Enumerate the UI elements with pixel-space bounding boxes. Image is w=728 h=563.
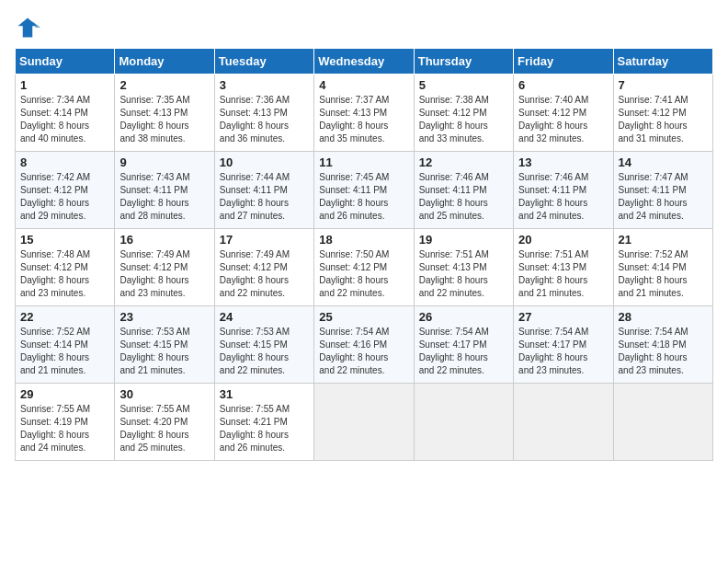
- cell-info: Sunrise: 7:53 AM Sunset: 4:15 PM Dayligh…: [119, 326, 209, 377]
- cell-info: Sunrise: 7:37 AM Sunset: 4:13 PM Dayligh…: [319, 94, 408, 145]
- svg-marker-0: [18, 18, 38, 38]
- day-header-saturday: Saturday: [613, 49, 712, 75]
- calendar-cell: 2Sunrise: 7:35 AM Sunset: 4:13 PM Daylig…: [115, 75, 214, 152]
- day-number: 24: [220, 310, 309, 324]
- calendar-cell: 18Sunrise: 7:50 AM Sunset: 4:12 PM Dayli…: [314, 229, 414, 306]
- calendar-cell: 15Sunrise: 7:48 AM Sunset: 4:12 PM Dayli…: [16, 229, 115, 306]
- cell-info: Sunrise: 7:38 AM Sunset: 4:12 PM Dayligh…: [419, 94, 508, 145]
- calendar-cell: 22Sunrise: 7:52 AM Sunset: 4:14 PM Dayli…: [16, 306, 115, 384]
- day-number: 20: [518, 233, 608, 247]
- cell-info: Sunrise: 7:54 AM Sunset: 4:18 PM Dayligh…: [619, 326, 708, 377]
- cell-info: Sunrise: 7:36 AM Sunset: 4:13 PM Dayligh…: [220, 94, 309, 145]
- cell-info: Sunrise: 7:50 AM Sunset: 4:12 PM Dayligh…: [319, 248, 408, 300]
- day-number: 23: [119, 310, 209, 324]
- day-number: 11: [319, 155, 408, 169]
- day-number: 7: [619, 78, 708, 92]
- calendar-week-3: 15Sunrise: 7:48 AM Sunset: 4:12 PM Dayli…: [16, 229, 713, 306]
- calendar-cell: 20Sunrise: 7:51 AM Sunset: 4:13 PM Dayli…: [514, 229, 613, 306]
- cell-info: Sunrise: 7:47 AM Sunset: 4:11 PM Dayligh…: [619, 171, 708, 223]
- calendar-cell: [613, 384, 712, 461]
- calendar-cell: 23Sunrise: 7:53 AM Sunset: 4:15 PM Dayli…: [115, 306, 214, 384]
- day-number: 27: [518, 310, 608, 324]
- calendar-cell: 11Sunrise: 7:45 AM Sunset: 4:11 PM Dayli…: [314, 152, 414, 229]
- calendar-cell: 30Sunrise: 7:55 AM Sunset: 4:20 PM Dayli…: [115, 384, 214, 461]
- logo-icon: [15, 15, 40, 40]
- calendar-cell: 19Sunrise: 7:51 AM Sunset: 4:13 PM Dayli…: [414, 229, 513, 306]
- page-header: [15, 15, 713, 40]
- day-number: 31: [220, 387, 309, 401]
- day-number: 18: [319, 233, 408, 247]
- cell-info: Sunrise: 7:35 AM Sunset: 4:13 PM Dayligh…: [119, 94, 209, 145]
- cell-info: Sunrise: 7:55 AM Sunset: 4:20 PM Dayligh…: [119, 403, 209, 454]
- cell-info: Sunrise: 7:54 AM Sunset: 4:16 PM Dayligh…: [319, 326, 408, 377]
- day-header-monday: Monday: [115, 49, 214, 75]
- day-number: 21: [619, 233, 708, 247]
- calendar-cell: 6Sunrise: 7:40 AM Sunset: 4:12 PM Daylig…: [514, 75, 613, 152]
- calendar-header-row: SundayMondayTuesdayWednesdayThursdayFrid…: [16, 49, 713, 75]
- calendar-cell: 24Sunrise: 7:53 AM Sunset: 4:15 PM Dayli…: [214, 306, 313, 384]
- cell-info: Sunrise: 7:55 AM Sunset: 4:19 PM Dayligh…: [20, 403, 109, 454]
- day-number: 4: [319, 78, 408, 92]
- day-number: 26: [419, 310, 508, 324]
- logo: [15, 15, 44, 40]
- cell-info: Sunrise: 7:41 AM Sunset: 4:12 PM Dayligh…: [619, 94, 708, 145]
- calendar-cell: 12Sunrise: 7:46 AM Sunset: 4:11 PM Dayli…: [414, 152, 513, 229]
- calendar-week-2: 8Sunrise: 7:42 AM Sunset: 4:12 PM Daylig…: [16, 152, 713, 229]
- cell-info: Sunrise: 7:55 AM Sunset: 4:21 PM Dayligh…: [220, 403, 309, 454]
- day-number: 9: [119, 155, 209, 169]
- calendar-cell: 7Sunrise: 7:41 AM Sunset: 4:12 PM Daylig…: [613, 75, 712, 152]
- calendar-cell: 31Sunrise: 7:55 AM Sunset: 4:21 PM Dayli…: [214, 384, 313, 461]
- calendar-week-1: 1Sunrise: 7:34 AM Sunset: 4:14 PM Daylig…: [16, 75, 713, 152]
- calendar-cell: 16Sunrise: 7:49 AM Sunset: 4:12 PM Dayli…: [115, 229, 214, 306]
- calendar-cell: 14Sunrise: 7:47 AM Sunset: 4:11 PM Dayli…: [613, 152, 712, 229]
- day-number: 19: [419, 233, 508, 247]
- day-number: 28: [619, 310, 708, 324]
- cell-info: Sunrise: 7:52 AM Sunset: 4:14 PM Dayligh…: [619, 248, 708, 300]
- cell-info: Sunrise: 7:51 AM Sunset: 4:13 PM Dayligh…: [419, 248, 508, 300]
- day-header-thursday: Thursday: [414, 49, 513, 75]
- day-header-sunday: Sunday: [16, 49, 115, 75]
- calendar-cell: [414, 384, 513, 461]
- calendar-cell: [314, 384, 414, 461]
- calendar-cell: [514, 384, 613, 461]
- day-header-friday: Friday: [514, 49, 613, 75]
- calendar-cell: 9Sunrise: 7:43 AM Sunset: 4:11 PM Daylig…: [115, 152, 214, 229]
- day-number: 17: [220, 233, 309, 247]
- cell-info: Sunrise: 7:42 AM Sunset: 4:12 PM Dayligh…: [20, 171, 109, 223]
- cell-info: Sunrise: 7:52 AM Sunset: 4:14 PM Dayligh…: [20, 326, 109, 377]
- cell-info: Sunrise: 7:44 AM Sunset: 4:11 PM Dayligh…: [220, 171, 309, 223]
- day-number: 14: [619, 155, 708, 169]
- cell-info: Sunrise: 7:43 AM Sunset: 4:11 PM Dayligh…: [119, 171, 209, 223]
- day-number: 12: [419, 155, 508, 169]
- calendar-week-5: 29Sunrise: 7:55 AM Sunset: 4:19 PM Dayli…: [16, 384, 713, 461]
- day-number: 22: [20, 310, 109, 324]
- day-number: 16: [119, 233, 209, 247]
- calendar-cell: 4Sunrise: 7:37 AM Sunset: 4:13 PM Daylig…: [314, 75, 414, 152]
- day-number: 29: [20, 387, 109, 401]
- cell-info: Sunrise: 7:49 AM Sunset: 4:12 PM Dayligh…: [220, 248, 309, 300]
- cell-info: Sunrise: 7:53 AM Sunset: 4:15 PM Dayligh…: [220, 326, 309, 377]
- calendar-cell: 17Sunrise: 7:49 AM Sunset: 4:12 PM Dayli…: [214, 229, 313, 306]
- day-number: 1: [20, 78, 109, 92]
- cell-info: Sunrise: 7:46 AM Sunset: 4:11 PM Dayligh…: [518, 171, 608, 223]
- calendar-cell: 26Sunrise: 7:54 AM Sunset: 4:17 PM Dayli…: [414, 306, 513, 384]
- cell-info: Sunrise: 7:51 AM Sunset: 4:13 PM Dayligh…: [518, 248, 608, 300]
- day-number: 25: [319, 310, 408, 324]
- cell-info: Sunrise: 7:46 AM Sunset: 4:11 PM Dayligh…: [419, 171, 508, 223]
- calendar-cell: 21Sunrise: 7:52 AM Sunset: 4:14 PM Dayli…: [613, 229, 712, 306]
- day-number: 2: [119, 78, 209, 92]
- calendar-cell: 3Sunrise: 7:36 AM Sunset: 4:13 PM Daylig…: [214, 75, 313, 152]
- day-number: 3: [220, 78, 309, 92]
- calendar-cell: 29Sunrise: 7:55 AM Sunset: 4:19 PM Dayli…: [16, 384, 115, 461]
- calendar-cell: 28Sunrise: 7:54 AM Sunset: 4:18 PM Dayli…: [613, 306, 712, 384]
- calendar-cell: 8Sunrise: 7:42 AM Sunset: 4:12 PM Daylig…: [16, 152, 115, 229]
- calendar-body: 1Sunrise: 7:34 AM Sunset: 4:14 PM Daylig…: [16, 75, 713, 461]
- day-header-wednesday: Wednesday: [314, 49, 414, 75]
- cell-info: Sunrise: 7:40 AM Sunset: 4:12 PM Dayligh…: [518, 94, 608, 145]
- day-number: 6: [518, 78, 608, 92]
- cell-info: Sunrise: 7:54 AM Sunset: 4:17 PM Dayligh…: [419, 326, 508, 377]
- cell-info: Sunrise: 7:49 AM Sunset: 4:12 PM Dayligh…: [119, 248, 209, 300]
- cell-info: Sunrise: 7:48 AM Sunset: 4:12 PM Dayligh…: [20, 248, 109, 300]
- calendar-cell: 1Sunrise: 7:34 AM Sunset: 4:14 PM Daylig…: [16, 75, 115, 152]
- cell-info: Sunrise: 7:34 AM Sunset: 4:14 PM Dayligh…: [20, 94, 109, 145]
